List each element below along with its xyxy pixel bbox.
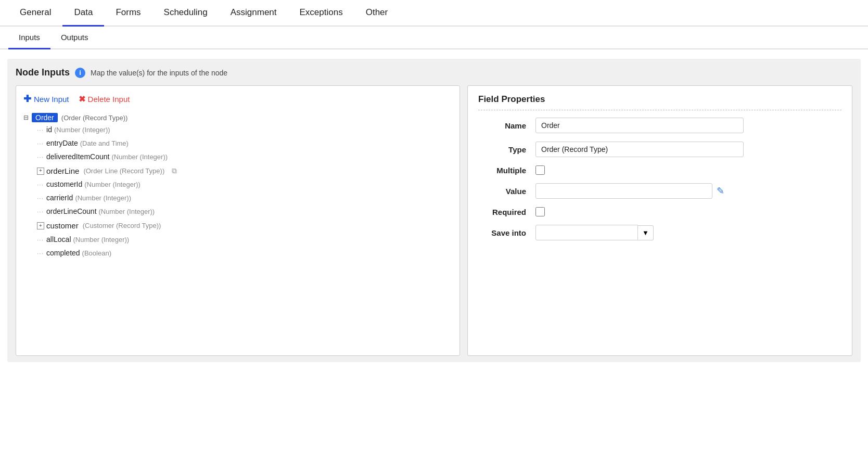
info-icon: i	[75, 68, 85, 78]
tree-root-order[interactable]: ⊟ Order (Order (Record Type))	[22, 113, 455, 122]
second-tab-bar: Inputs Outputs	[0, 27, 868, 49]
plus-icon: ✚	[23, 93, 31, 105]
expand-icon-customer[interactable]: +	[37, 222, 44, 229]
save-into-row: ▼	[535, 225, 654, 240]
leaf-name-delivereditemcount: deliveredItemCount	[46, 150, 109, 164]
tab-forms[interactable]: Forms	[104, 0, 152, 27]
label-required: Required	[478, 208, 535, 216]
leaf-name-entrydate: entryDate	[46, 137, 78, 150]
field-row-required: Required	[478, 207, 841, 216]
copy-icon-orderline[interactable]: ⧉	[169, 165, 180, 177]
value-input-row: ✎	[535, 183, 724, 199]
tab-outputs[interactable]: Outputs	[50, 27, 99, 49]
list-item[interactable]: ··· entryDate (Date and Time)	[37, 137, 455, 150]
x-icon: ✖	[79, 94, 85, 104]
main-columns: ✚ New Input ✖ Delete Input ⊟ Order (Orde…	[16, 85, 852, 356]
leaf-name-customerid: customerId	[46, 178, 82, 191]
leaf-dots: ···	[37, 193, 44, 204]
expand-icon-orderline[interactable]: +	[37, 168, 44, 175]
delete-input-button[interactable]: ✖ Delete Input	[79, 94, 130, 104]
leaf-name-alllocal: allLocal	[46, 233, 71, 247]
node-inputs-header: Node Inputs i Map the value(s) for the i…	[16, 67, 852, 78]
leaf-dots: ···	[37, 206, 44, 217]
list-item[interactable]: + orderLine (Order Line (Record Type)) ⧉	[37, 164, 455, 178]
tab-exceptions[interactable]: Exceptions	[288, 0, 354, 27]
left-panel: ✚ New Input ✖ Delete Input ⊟ Order (Orde…	[16, 85, 460, 356]
new-input-button[interactable]: ✚ New Input	[23, 93, 69, 105]
list-item[interactable]: ··· deliveredItemCount (Number (Integer)…	[37, 150, 455, 164]
leaf-dots: ···	[37, 138, 44, 149]
leaf-name-completed: completed	[46, 247, 80, 260]
leaf-dots: ···	[37, 151, 44, 163]
leaf-type-delivereditemcount: (Number (Integer))	[111, 151, 168, 163]
tree-toggle-order[interactable]: ⊟	[22, 114, 30, 121]
tab-scheduling[interactable]: Scheduling	[152, 0, 219, 27]
leaf-type-completed: (Boolean)	[82, 247, 111, 260]
list-item[interactable]: ··· customerId (Number (Integer))	[37, 178, 455, 191]
label-saveinto: Save into	[478, 228, 535, 237]
leaf-name-orderline: orderLine	[46, 164, 79, 178]
tab-assignment[interactable]: Assignment	[219, 0, 288, 27]
label-value: Value	[478, 187, 535, 196]
tab-inputs[interactable]: Inputs	[8, 27, 50, 49]
save-into-dropdown-button[interactable]: ▼	[638, 225, 654, 240]
field-row-value: Value ✎	[478, 183, 841, 199]
leaf-type-orderline: (Order Line (Record Type))	[83, 165, 164, 177]
leaf-type-customerid: (Number (Integer))	[84, 178, 141, 191]
toolbar: ✚ New Input ✖ Delete Input	[20, 91, 455, 107]
field-row-type: Type	[478, 142, 841, 157]
tree-children: ··· id (Number (Integer)) ··· entryDate …	[22, 123, 455, 260]
label-multiple: Multiple	[478, 166, 535, 175]
leaf-type-orderlinecount: (Number (Integer))	[99, 206, 155, 218]
label-name: Name	[478, 121, 535, 130]
right-panel: Field Properties Name Type Multiple Valu…	[467, 85, 852, 356]
node-inputs-title: Node Inputs	[16, 67, 70, 78]
leaf-type-customer: (Customer (Record Type))	[83, 220, 161, 232]
leaf-name-customer: customer	[46, 219, 79, 233]
leaf-dots: ···	[37, 248, 44, 259]
leaf-dots: ···	[37, 234, 44, 246]
node-inputs-description: Map the value(s) for the inputs of the n…	[91, 69, 227, 77]
list-item[interactable]: ··· allLocal (Number (Integer))	[37, 233, 455, 247]
list-item[interactable]: ··· completed (Boolean)	[37, 247, 455, 260]
tree-root-label: Order	[32, 113, 58, 122]
leaf-type-id: (Number (Integer))	[54, 124, 110, 136]
delete-input-label: Delete Input	[88, 95, 130, 104]
input-value[interactable]	[535, 183, 712, 199]
node-inputs-section: Node Inputs i Map the value(s) for the i…	[7, 59, 861, 362]
field-row-name: Name	[478, 118, 841, 133]
list-item[interactable]: + customer (Customer (Record Type))	[37, 219, 455, 233]
edit-icon[interactable]: ✎	[717, 185, 724, 197]
input-tree: ⊟ Order (Order (Record Type)) ··· id (Nu…	[20, 113, 455, 260]
leaf-type-alllocal: (Number (Integer))	[73, 234, 130, 246]
label-type: Type	[478, 145, 535, 154]
top-tab-bar: General Data Forms Scheduling Assignment…	[0, 0, 868, 27]
input-name[interactable]	[535, 118, 744, 133]
leaf-type-entrydate: (Date and Time)	[80, 137, 129, 150]
input-type[interactable]	[535, 142, 744, 157]
field-row-saveinto: Save into ▼	[478, 225, 841, 240]
tab-other[interactable]: Other	[354, 0, 400, 27]
checkbox-multiple[interactable]	[535, 165, 545, 175]
leaf-dots: ···	[37, 179, 44, 190]
tab-data[interactable]: Data	[62, 0, 104, 27]
list-item[interactable]: ··· id (Number (Integer))	[37, 123, 455, 137]
checkbox-required[interactable]	[535, 207, 545, 216]
leaf-name-id: id	[46, 123, 52, 137]
leaf-name-orderlinecount: orderLineCount	[46, 205, 97, 219]
tab-general[interactable]: General	[8, 0, 62, 27]
list-item[interactable]: ··· carrierId (Number (Integer))	[37, 191, 455, 205]
field-properties-title: Field Properties	[478, 94, 841, 110]
list-item[interactable]: ··· orderLineCount (Number (Integer))	[37, 205, 455, 219]
new-input-label: New Input	[34, 95, 69, 104]
input-saveinto[interactable]	[535, 225, 638, 240]
leaf-dots: ···	[37, 124, 44, 136]
tree-root-type: (Order (Record Type))	[61, 114, 128, 122]
leaf-type-carrierid: (Number (Integer))	[75, 192, 131, 204]
field-row-multiple: Multiple	[478, 165, 841, 175]
leaf-name-carrierid: carrierId	[46, 191, 73, 205]
